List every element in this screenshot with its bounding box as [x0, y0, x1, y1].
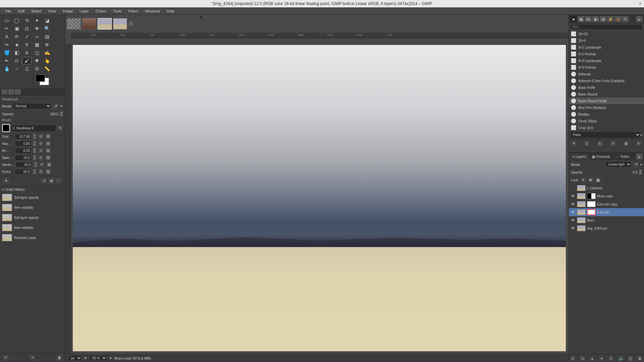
layer-name[interactable]: img_4284.exr	[587, 227, 643, 230]
bucket-fill-tool[interactable]: 🪣	[2, 49, 11, 56]
layer-visibility-icon[interactable]: 👁	[570, 210, 576, 215]
palettes-tab-icon[interactable]: ▤	[600, 16, 606, 22]
crop-tool[interactable]: ⊡	[22, 25, 32, 32]
image-tab-3[interactable]	[98, 18, 112, 29]
layer-item[interactable]: L Channel	[569, 184, 644, 192]
brush-list-item[interactable]: Basic Round Detail	[569, 98, 644, 104]
brush-edit-icon[interactable]: ✎	[57, 125, 63, 131]
size-link-icon[interactable]: ⛓	[45, 133, 51, 139]
menu-layer[interactable]: Layer	[77, 8, 92, 14]
brush-list-item[interactable]: Basic Knife	[569, 84, 644, 91]
clone-tool[interactable]: ⊙	[12, 57, 21, 64]
aspect-input[interactable]	[15, 141, 32, 146]
fuzzy-select-tool[interactable]: ✦	[32, 17, 42, 24]
mode-select[interactable]: Normal	[13, 103, 52, 109]
reset-all-icon[interactable]: ↺	[41, 178, 47, 184]
layer-item[interactable]: 👁Exp corr copy	[569, 200, 644, 208]
eraser-tool[interactable]: ◫	[32, 49, 42, 56]
paint-dynamics-select[interactable]: Paint,	[571, 132, 640, 138]
brush-list-item[interactable]: Bristles	[569, 111, 644, 118]
layers-dock-menu-icon[interactable]: ▸	[636, 154, 643, 160]
misc-tab[interactable]	[15, 89, 21, 95]
brush-list-item[interactable]: 3×2 Portrait	[569, 51, 644, 57]
warp-tool[interactable]: ↯	[22, 41, 32, 48]
menu-windows[interactable]: Windows	[142, 8, 163, 14]
blur-tool[interactable]: 💧	[2, 65, 11, 72]
ink-tool[interactable]: ✒	[2, 57, 11, 64]
angle-reset-icon[interactable]: ↺	[38, 147, 44, 154]
airbrush-tool[interactable]: ✍	[42, 49, 52, 56]
force-reset-icon[interactable]: ↺	[38, 169, 44, 175]
paintbrush-tool[interactable]: 🖌	[22, 57, 32, 64]
brush-filter-input[interactable]	[570, 24, 643, 30]
brush-list-item[interactable]: Airbrush (Color From Gradient)	[569, 77, 644, 84]
undo-history-item[interactable]: Set layer opacity	[0, 213, 65, 223]
redo-icon[interactable]: ↷	[30, 355, 36, 361]
layer-down-icon[interactable]: ▾	[599, 356, 604, 361]
layer-mask[interactable]	[587, 193, 596, 199]
heal-tool[interactable]: ✚	[32, 57, 42, 64]
mask-layer-icon[interactable]: ◫	[628, 356, 633, 361]
undo-history-item[interactable]: Set layer opacity	[0, 192, 65, 202]
menu-view[interactable]: View	[45, 8, 59, 14]
layer-visibility-icon[interactable]: 👁	[570, 226, 576, 231]
unit-select[interactable]: px	[68, 355, 82, 361]
brush-delete-icon[interactable]: ↺	[610, 140, 616, 146]
spacing-input[interactable]	[15, 155, 32, 161]
undo-history-item[interactable]: Item visibility	[0, 223, 65, 233]
brush-list-item[interactable]: Airbrush	[569, 71, 644, 77]
pencil-tool[interactable]: A	[22, 49, 32, 56]
layer-thumbnail[interactable]	[577, 185, 586, 191]
hardness-input[interactable]	[16, 162, 33, 168]
menu-colors[interactable]: Colors	[93, 8, 109, 14]
undo-icon[interactable]: ↶	[3, 355, 9, 361]
foreground-select-tool[interactable]: ▣	[12, 25, 21, 32]
layer-thumbnail[interactable]	[577, 225, 586, 231]
opacity-value[interactable]: 100,0	[50, 112, 58, 116]
layer-item[interactable]: 👁img_4284.exr	[569, 224, 644, 232]
layer-name[interactable]: Exp corr copy	[597, 202, 643, 206]
dynamics-tab-icon[interactable]: ⚡	[607, 16, 614, 22]
spacing-reset-icon[interactable]: ↺	[38, 155, 44, 161]
flip-tool[interactable]: ⇋	[2, 41, 11, 48]
undo-history-item[interactable]: Item visibility	[0, 202, 65, 213]
lasso-tool[interactable]: ⟲	[22, 17, 32, 24]
brush-list-item[interactable]: 16×9	[569, 37, 644, 44]
angle-input[interactable]	[15, 148, 32, 154]
brush-list-item[interactable]: 3×2 Landscape	[569, 44, 644, 51]
smudge-tool[interactable]: 👆	[42, 57, 52, 64]
delete-preset-icon[interactable]: ⊠	[48, 178, 54, 184]
fonts-tab-icon[interactable]: Aa	[585, 16, 592, 22]
layer-name[interactable]: L Channel	[587, 186, 643, 190]
image-canvas[interactable]	[73, 45, 566, 351]
color-select-tool[interactable]: ◪	[42, 17, 52, 24]
brush-list-item[interactable]: 4×3 Portrait	[569, 64, 644, 71]
device-status-tab[interactable]	[8, 89, 14, 95]
unified-transform-tool[interactable]: ▦	[32, 41, 42, 48]
layer-name[interactable]: Burn	[587, 219, 643, 222]
rect-select-tool[interactable]: ▭	[2, 17, 11, 24]
image-tab-1[interactable]	[67, 18, 81, 29]
opacity-up[interactable]: ▴	[60, 111, 63, 114]
layer-name[interactable]: Exp corr	[597, 210, 643, 214]
brush-list-item[interactable]: Basic Round	[569, 91, 644, 98]
layer-opacity-value[interactable]: 9,5	[633, 171, 637, 174]
dock-menu-icon[interactable]: ▸	[636, 16, 643, 22]
lock-pixels-icon[interactable]: ✎	[580, 177, 586, 183]
handle-transform-tool[interactable]: ⊕	[42, 41, 52, 48]
dodge-tool[interactable]: ○	[12, 65, 21, 72]
layer-item[interactable]: 👁More color	[569, 192, 644, 200]
foreground-color[interactable]	[36, 74, 45, 82]
brush-list-item[interactable]: Circle 200px	[569, 118, 644, 124]
aspect-link-icon[interactable]: ⛓	[45, 140, 51, 146]
brush-open-icon[interactable]: ↻	[636, 140, 642, 146]
brush-name[interactable]: 2. Hardness 0	[11, 125, 56, 131]
rotate-tool[interactable]: ⟳	[12, 33, 21, 40]
angle-link-icon[interactable]: ⛓	[45, 147, 51, 154]
menu-filters[interactable]: Filters	[126, 8, 141, 14]
layer-thumbnail[interactable]	[577, 209, 586, 215]
opacity-down[interactable]: ▾	[60, 114, 63, 117]
image-tab-close-icon[interactable]: ×	[128, 21, 134, 26]
brush-list-item[interactable]: 16×10	[569, 31, 644, 37]
zoom-select[interactable]: 50 %	[89, 355, 107, 361]
